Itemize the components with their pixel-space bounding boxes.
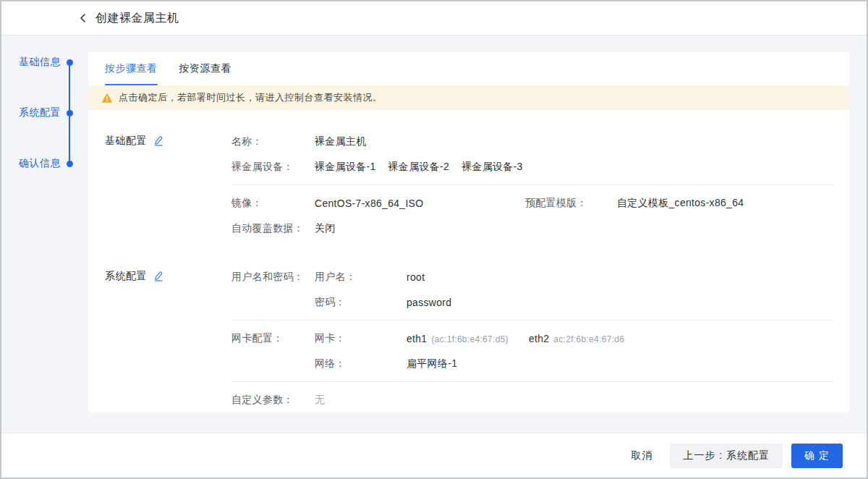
summary-content: 基础配置 名称： 裸金属主机 裸金属设备： (88, 110, 849, 412)
warning-triangle-icon (101, 93, 113, 103)
field-value: 无 (315, 394, 325, 407)
row-password: 密码： password (231, 289, 833, 315)
step-rail: 基础信息 系统配置 确认信息 (1, 35, 88, 325)
field-value: password (407, 297, 451, 308)
page-title: 创建裸金属主机 (95, 11, 179, 26)
field-label: 预配置模版： (525, 197, 617, 210)
row-network: 网络： 扁平网络-1 (231, 351, 833, 376)
field-label: 用户名和密码： (231, 271, 315, 284)
field-label: 用户名： (315, 271, 407, 284)
field-value: 自定义模板_centos-x86_64 (617, 197, 744, 210)
step-dot (67, 110, 73, 116)
row-divider (231, 381, 833, 382)
pencil-icon (153, 271, 163, 281)
device-item: 裸金属设备-1 (315, 161, 376, 174)
field-value: 扁平网络-1 (407, 357, 457, 370)
field-label: 网卡配置： (231, 332, 315, 345)
field-value: root (407, 271, 425, 283)
row-name: 名称： 裸金属主机 (231, 129, 833, 154)
row-username: 用户名和密码： 用户名： root (231, 264, 833, 289)
field-label: 自动覆盖数据： (231, 222, 315, 235)
pencil-icon (153, 135, 163, 146)
tab-view-by-step[interactable]: 按步骤查看 (105, 52, 158, 85)
row-image-template: 镜像： CentOS-7-x86_64_ISO 预配置模版： 自定义模板_cen… (231, 190, 833, 216)
create-baremetal-host-window: 创建裸金属主机 基础信息 系统配置 确认信息 按步骤查看 按资源查看 (0, 0, 868, 479)
edit-system-config-button[interactable] (153, 271, 163, 281)
view-tabs: 按步骤查看 按资源查看 (88, 52, 849, 85)
cancel-button[interactable]: 取消 (624, 444, 660, 468)
row-devices: 裸金属设备： 裸金属设备-1 裸金属设备-2 裸金属设备-3 (231, 154, 833, 179)
row-nic: 网卡配置： 网卡： eth1 (ac:1f:6b:e4:67:d5) eth2 … (231, 326, 833, 351)
field-value: 裸金属主机 (315, 135, 367, 148)
nic-mac: ac:2f:6b:e4:67:d6 (553, 334, 624, 344)
device-list: 裸金属设备-1 裸金属设备-2 裸金属设备-3 (315, 161, 523, 174)
edit-basic-config-button[interactable] (153, 135, 163, 146)
confirm-panel: 按步骤查看 按资源查看 点击确定后，若部署时间过长，请进入控制台查看安装情况。 … (88, 52, 849, 412)
section-title: 基础配置 (105, 135, 147, 148)
field-label: 密码： (315, 296, 407, 309)
field-label: 自定义参数： (231, 394, 315, 407)
nic-item: eth2 ac:2f:6b:e4:67:d6 (529, 333, 624, 344)
footer-action-bar: 取消 上一步 : 系统配置 确 定 (1, 433, 867, 478)
nic-mac: (ac:1f:6b:e4:67:d5) (431, 334, 508, 344)
nic-list: eth1 (ac:1f:6b:e4:67:d5) eth2 ac:2f:6b:e… (407, 333, 624, 344)
basic-config-rows: 名称： 裸金属主机 裸金属设备： 裸金属设备-1 裸金属设备-2 裸金属设备-3 (231, 129, 833, 241)
tab-view-by-resource[interactable]: 按资源查看 (179, 52, 232, 85)
step-system-config[interactable]: 系统配置 (1, 106, 88, 119)
row-auto-overwrite: 自动覆盖数据： 关闭 (231, 216, 833, 241)
nic-name: eth1 (407, 333, 427, 344)
section-system-config: 系统配置 用户名和密码： 用户名： root (105, 264, 833, 412)
field-value: CentOS-7-x86_64_ISO (315, 198, 525, 209)
field-label: 网卡： (315, 332, 407, 345)
confirm-button[interactable]: 确 定 (791, 444, 843, 468)
step-dot (67, 161, 73, 167)
section-title: 系统配置 (105, 270, 147, 283)
nic-name: eth2 (529, 333, 549, 344)
row-divider (231, 320, 833, 321)
deploy-warning-banner: 点击确定后，若部署时间过长，请进入控制台查看安装情况。 (88, 85, 849, 110)
row-divider (231, 185, 833, 185)
section-system-config-head: 系统配置 (105, 264, 231, 412)
field-label: 裸金属设备： (231, 161, 315, 174)
step-confirm-info[interactable]: 确认信息 (1, 157, 88, 170)
back-button[interactable] (78, 13, 95, 23)
device-item: 裸金属设备-3 (461, 161, 523, 174)
section-basic-config: 基础配置 名称： 裸金属主机 裸金属设备： (105, 129, 833, 241)
chevron-left-icon (78, 13, 88, 23)
step-dot (67, 59, 73, 66)
device-item: 裸金属设备-2 (388, 161, 450, 174)
step-basic-info[interactable]: 基础信息 (1, 56, 88, 69)
warning-text: 点击确定后，若部署时间过长，请进入控制台查看安装情况。 (119, 91, 383, 104)
row-custom-params: 自定义参数： 无 (231, 387, 833, 412)
prev-step-button[interactable]: 上一步 : 系统配置 (670, 444, 783, 468)
top-bar: 创建裸金属主机 (1, 1, 867, 35)
section-basic-config-head: 基础配置 (105, 129, 231, 241)
field-label: 镜像： (231, 197, 315, 210)
field-value: 关闭 (315, 222, 336, 235)
nic-item: eth1 (ac:1f:6b:e4:67:d5) (407, 333, 509, 344)
system-config-rows: 用户名和密码： 用户名： root 密码： password 网卡配置： 网卡： (231, 264, 833, 412)
field-label: 网络： (315, 357, 407, 370)
field-label: 名称： (231, 135, 315, 148)
